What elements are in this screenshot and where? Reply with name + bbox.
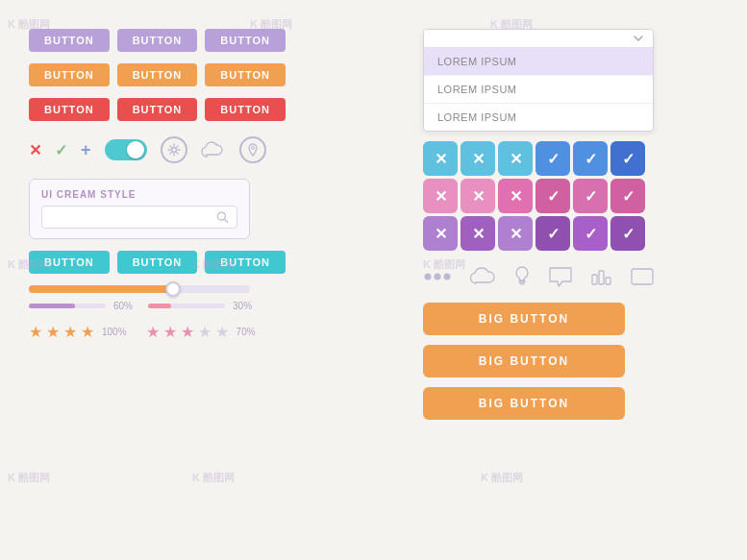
svg-rect-10 bbox=[599, 271, 604, 284]
svg-line-3 bbox=[225, 219, 228, 222]
star-empty-2[interactable]: ★ bbox=[215, 323, 229, 341]
mini-track-purple bbox=[29, 304, 106, 308]
big-button-2[interactable]: BIG BUTTON bbox=[423, 345, 625, 377]
svg-rect-8 bbox=[520, 282, 524, 284]
button-purple-1[interactable]: BUTTON bbox=[29, 29, 110, 52]
progress-section: 60% 30% bbox=[29, 285, 404, 311]
button-orange-3[interactable]: BUTTON bbox=[205, 63, 286, 86]
cb-check-pink-2[interactable]: ✓ bbox=[573, 179, 608, 213]
button-row-red: BUTTON BUTTON BUTTON bbox=[29, 98, 404, 121]
svg-point-6 bbox=[444, 274, 451, 280]
checkbox-grid: ✕ ✕ ✕ ✓ ✓ ✓ ✕ ✕ ✕ ✓ ✓ ✓ ✕ ✕ ✕ ✓ ✓ ✓ bbox=[423, 141, 718, 251]
search-input-wrapper bbox=[41, 206, 237, 229]
cb-x-purple-1[interactable]: ✕ bbox=[423, 216, 458, 251]
svg-point-5 bbox=[435, 274, 441, 280]
cb-x-pink-2[interactable]: ✕ bbox=[461, 179, 495, 213]
plus-icon[interactable]: + bbox=[81, 140, 91, 160]
cb-check-purple-3[interactable]: ✓ bbox=[610, 216, 645, 251]
button-cyan-1[interactable]: BUTTON bbox=[29, 251, 110, 274]
progress-labels-row: 60% 30% bbox=[29, 301, 404, 311]
mini-fill-pink bbox=[148, 304, 171, 308]
star-2[interactable]: ★ bbox=[46, 323, 60, 341]
check-icon[interactable]: ✓ bbox=[55, 141, 67, 159]
cb-check-blue-2[interactable]: ✓ bbox=[573, 141, 608, 176]
barchart-icon bbox=[590, 267, 613, 286]
cb-check-blue-3[interactable]: ✓ bbox=[610, 141, 645, 176]
search-icon bbox=[216, 210, 229, 224]
button-row-purple: BUTTON BUTTON BUTTON bbox=[29, 29, 404, 52]
button-red-3[interactable]: BUTTON bbox=[205, 98, 286, 121]
svg-point-1 bbox=[251, 147, 254, 150]
dropdown[interactable]: LOREM IPSUM LOREM IPSUM LOREM IPSUM bbox=[423, 29, 654, 132]
big-button-3[interactable]: BIG BUTTON bbox=[423, 387, 625, 420]
cb-check-pink-3[interactable]: ✓ bbox=[610, 179, 645, 213]
x-icon[interactable]: ✕ bbox=[29, 141, 41, 159]
main-progress-track[interactable] bbox=[29, 285, 250, 293]
cloud-icon bbox=[201, 141, 226, 158]
dropdown-item-1[interactable]: LOREM IPSUM bbox=[424, 48, 653, 76]
controls-row: ✕ ✓ + bbox=[29, 136, 404, 163]
chevron-down-icon bbox=[634, 36, 643, 41]
button-row-orange: BUTTON BUTTON BUTTON bbox=[29, 63, 404, 86]
right-panel: LOREM IPSUM LOREM IPSUM LOREM IPSUM ✕ ✕ … bbox=[423, 29, 718, 541]
dropdown-item-2[interactable]: LOREM IPSUM bbox=[424, 76, 653, 104]
stars-label-2: 70% bbox=[237, 327, 256, 337]
star-3[interactable]: ★ bbox=[63, 323, 77, 341]
dots-icon bbox=[423, 272, 452, 281]
button-cyan-3[interactable]: BUTTON bbox=[205, 251, 286, 274]
toggle-switch[interactable] bbox=[105, 139, 147, 160]
tablet-icon bbox=[631, 268, 654, 285]
cb-x-blue-2[interactable]: ✕ bbox=[461, 141, 495, 176]
button-red-1[interactable]: BUTTON bbox=[29, 98, 110, 121]
settings-icon[interactable] bbox=[161, 136, 187, 163]
big-button-1[interactable]: BIG BUTTON bbox=[423, 303, 625, 335]
search-style-box: UI CREAM STYLE bbox=[29, 179, 250, 239]
svg-point-0 bbox=[171, 148, 176, 153]
star-4[interactable]: ★ bbox=[81, 323, 94, 341]
dropdown-item-3[interactable]: LOREM IPSUM bbox=[424, 104, 653, 131]
svg-point-4 bbox=[425, 274, 432, 280]
progress-label-30: 30% bbox=[233, 301, 252, 311]
chat-icon bbox=[548, 266, 573, 287]
star-pink-3[interactable]: ★ bbox=[181, 323, 194, 341]
cb-x-pink-3[interactable]: ✕ bbox=[498, 179, 533, 213]
button-cyan-2[interactable]: BUTTON bbox=[117, 251, 198, 274]
svg-rect-12 bbox=[632, 269, 653, 284]
stars-group-2: ★ ★ ★ ★ ★ 70% bbox=[146, 323, 256, 341]
cb-check-blue-1[interactable]: ✓ bbox=[535, 141, 570, 176]
cb-check-purple-1[interactable]: ✓ bbox=[535, 216, 570, 251]
cb-x-blue-3[interactable]: ✕ bbox=[498, 141, 533, 176]
progress-mini-purple: 60% bbox=[29, 301, 133, 311]
cb-x-purple-3[interactable]: ✕ bbox=[498, 216, 533, 251]
progress-label-60: 60% bbox=[113, 301, 133, 311]
cb-x-purple-2[interactable]: ✕ bbox=[461, 216, 495, 251]
cloud-small-icon bbox=[469, 267, 496, 286]
lightbulb-icon bbox=[513, 266, 531, 287]
star-empty-1[interactable]: ★ bbox=[198, 323, 212, 341]
star-1[interactable]: ★ bbox=[29, 323, 42, 341]
progress-mini-pink: 30% bbox=[148, 301, 252, 311]
main-progress-fill bbox=[29, 285, 173, 293]
mini-track-pink bbox=[148, 304, 225, 308]
button-purple-2[interactable]: BUTTON bbox=[117, 29, 198, 52]
stars-group-1: ★ ★ ★ ★ 100% bbox=[29, 323, 127, 341]
search-input[interactable] bbox=[50, 211, 211, 223]
progress-thumb[interactable] bbox=[165, 281, 181, 297]
button-orange-2[interactable]: BUTTON bbox=[117, 63, 198, 86]
button-red-2[interactable]: BUTTON bbox=[117, 98, 198, 121]
icons-row bbox=[423, 260, 718, 293]
main-container: BUTTON BUTTON BUTTON BUTTON BUTTON BUTTO… bbox=[0, 0, 747, 560]
star-pink-1[interactable]: ★ bbox=[146, 323, 160, 341]
button-orange-1[interactable]: BUTTON bbox=[29, 63, 110, 86]
cb-check-purple-2[interactable]: ✓ bbox=[573, 216, 608, 251]
cb-x-pink-1[interactable]: ✕ bbox=[423, 179, 458, 213]
search-style-title: UI CREAM STYLE bbox=[41, 189, 237, 200]
dropdown-header[interactable] bbox=[424, 30, 653, 48]
mini-fill-purple bbox=[29, 304, 75, 308]
star-pink-2[interactable]: ★ bbox=[163, 323, 177, 341]
button-row-cyan: BUTTON BUTTON BUTTON bbox=[29, 251, 404, 274]
cb-check-pink-1[interactable]: ✓ bbox=[535, 179, 570, 213]
button-purple-3[interactable]: BUTTON bbox=[205, 29, 286, 52]
cb-x-blue-1[interactable]: ✕ bbox=[423, 141, 458, 176]
location-icon[interactable] bbox=[239, 136, 266, 163]
